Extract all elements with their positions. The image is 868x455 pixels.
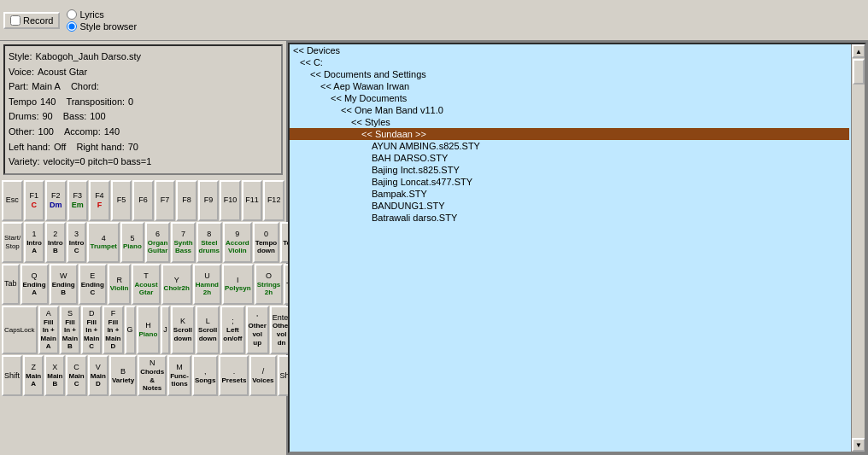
key-f7[interactable]: F7 xyxy=(155,180,176,221)
tempo-value: 140 xyxy=(40,95,56,110)
key-f12[interactable]: F12 xyxy=(263,180,284,221)
key-e[interactable]: EEndingC xyxy=(79,264,107,305)
file-item-bandung[interactable]: BANDUNG1.STY xyxy=(290,200,849,212)
key-capslock[interactable]: CapsLock xyxy=(2,306,38,354)
keyboard-row-2: Start/Stop 1Intro A 2Intro B 3Intro C 4T… xyxy=(2,222,284,263)
style-browser-radio[interactable] xyxy=(67,21,77,32)
key-f4[interactable]: F4F xyxy=(89,180,110,221)
scroll-down-button[interactable]: ▼ xyxy=(852,438,865,452)
file-browser: << Devices << C: << Documents and Settin… xyxy=(288,43,866,453)
key-f6[interactable]: F6 xyxy=(132,180,154,221)
key-7[interactable]: 7SynthBass xyxy=(171,222,195,263)
scroll-up-button[interactable]: ▲ xyxy=(852,44,865,58)
key-comma[interactable]: ,Songs xyxy=(192,355,218,396)
key-esc[interactable]: Esc xyxy=(2,180,23,221)
file-item-aep[interactable]: << Aep Wawan Irwan xyxy=(290,80,849,92)
key-f[interactable]: FFill In +Main D xyxy=(103,306,123,354)
scrollbar-thumb[interactable] xyxy=(853,59,865,85)
lyrics-radio-item: Lyrics xyxy=(67,9,137,20)
key-period[interactable]: .Presets xyxy=(219,355,249,396)
key-9[interactable]: 9AccordViolin xyxy=(223,222,252,263)
file-item-bampak[interactable]: Bampak.STY xyxy=(290,188,849,200)
tempo-label: Tempo xyxy=(9,95,37,110)
key-j[interactable]: J xyxy=(161,306,170,354)
key-i[interactable]: IPolysyn xyxy=(222,264,254,305)
keyboard-row-4: CapsLock AFill In +Main A SFill In +Main… xyxy=(2,306,284,354)
key-t[interactable]: TAcoustGtar xyxy=(132,264,160,305)
file-item-ayun[interactable]: AYUN AMBING.s825.STY xyxy=(290,140,849,152)
key-tab[interactable]: Tab xyxy=(2,264,20,305)
key-3[interactable]: 3Intro C xyxy=(67,222,87,263)
record-button[interactable]: Record xyxy=(3,12,60,29)
key-r[interactable]: RViolin xyxy=(108,264,132,305)
key-h[interactable]: HPiano xyxy=(137,306,161,354)
key-1[interactable]: 1Intro A xyxy=(24,222,44,263)
key-f11[interactable]: F11 xyxy=(242,180,263,221)
part-value: Main A xyxy=(32,79,61,95)
file-item-omb[interactable]: << One Man Band v11.0 xyxy=(290,104,849,116)
scrollbar[interactable]: ▲ ▼ xyxy=(851,44,865,452)
key-8[interactable]: 8Steeldrums xyxy=(196,222,222,263)
transposition-value: 0 xyxy=(128,95,133,110)
key-f1[interactable]: F1C xyxy=(24,180,45,221)
key-slash[interactable]: /Voices xyxy=(249,355,276,396)
key-w[interactable]: WEndingB xyxy=(50,264,78,305)
key-m[interactable]: MFunc-tions xyxy=(167,355,191,396)
info-box: Style: Kabogoh_Jauh Darso.sty Voice: Aco… xyxy=(3,44,283,175)
key-0[interactable]: 0Tempodown xyxy=(253,222,280,263)
key-n[interactable]: NChords& Notes xyxy=(138,355,167,396)
file-item-bajing-loncat[interactable]: Bajing Loncat.s477.STY xyxy=(290,176,849,188)
key-l[interactable]: LScrolldown xyxy=(196,306,220,354)
file-item-bah[interactable]: BAH DARSO.STY xyxy=(290,152,849,164)
key-quote[interactable]: 'Othervol up xyxy=(246,306,269,354)
file-item-docs[interactable]: << Documents and Settings xyxy=(290,68,849,80)
keyboard-row-3: Tab QEndingA WEndingB EEndingC RViolin T… xyxy=(2,264,284,305)
key-2[interactable]: 2Intro B xyxy=(45,222,66,263)
key-u[interactable]: UHamnd2h xyxy=(193,264,221,305)
lefthand-row: Left hand: Off Right hand: 70 xyxy=(9,140,278,155)
key-s[interactable]: SFill In +Main B xyxy=(60,306,80,354)
voice-label: Voice: xyxy=(9,65,34,80)
righthand-value: 70 xyxy=(128,140,138,155)
tempo-row: Tempo 140 Transposition: 0 xyxy=(9,95,278,110)
key-f10[interactable]: F10 xyxy=(220,180,241,221)
key-a[interactable]: AFill In +Main A xyxy=(38,306,59,354)
lyrics-radio[interactable] xyxy=(67,9,77,20)
file-item-batrawali[interactable]: Batrawali darso.STY xyxy=(290,212,849,224)
key-semicolon[interactable]: ;Lefton/off xyxy=(220,306,244,354)
key-b[interactable]: BVariety xyxy=(109,355,137,396)
key-6[interactable]: 6OrganGuitar xyxy=(145,222,171,263)
key-z[interactable]: ZMain A xyxy=(23,355,44,396)
file-item-styles[interactable]: << Styles xyxy=(290,116,849,128)
record-container: Record xyxy=(3,12,60,29)
style-browser-radio-item: Style browser xyxy=(67,21,137,32)
key-g[interactable]: G xyxy=(125,306,136,354)
key-f2[interactable]: F2Dm xyxy=(45,180,67,221)
key-v[interactable]: VMain D xyxy=(88,355,108,396)
key-5[interactable]: 5Piano xyxy=(120,222,144,263)
file-item-mydocs[interactable]: << My Documents xyxy=(290,92,849,104)
key-o[interactable]: OStrings2h xyxy=(255,264,284,305)
file-item-bajing-inct[interactable]: Bajing Inct.s825.STY xyxy=(290,164,849,176)
part-row: Part: Main A Chord: xyxy=(9,79,278,95)
key-k[interactable]: KScrolldown xyxy=(171,306,195,354)
key-q[interactable]: QEndingA xyxy=(21,264,49,305)
key-c[interactable]: CMain C xyxy=(66,355,86,396)
file-item-c[interactable]: << C: xyxy=(290,56,849,68)
key-d[interactable]: DFill In +Main C xyxy=(81,306,102,354)
key-y[interactable]: YChoir2h xyxy=(161,264,192,305)
file-item-devices[interactable]: << Devices xyxy=(290,44,849,56)
key-startstop[interactable]: Start/Stop xyxy=(2,222,23,263)
key-shift-l[interactable]: Shift xyxy=(2,355,22,396)
record-checkbox[interactable] xyxy=(10,15,21,26)
key-x[interactable]: XMain B xyxy=(44,355,65,396)
key-f9[interactable]: F9 xyxy=(198,180,220,221)
file-item-sundaan[interactable]: << Sundaan >> xyxy=(290,128,849,140)
key-f3[interactable]: F3Em xyxy=(67,180,89,221)
key-4[interactable]: 4Trumpet xyxy=(87,222,120,263)
key-f5[interactable]: F5 xyxy=(111,180,132,221)
file-list[interactable]: << Devices << C: << Documents and Settin… xyxy=(290,44,865,452)
voice-row: Voice: Acoust Gtar xyxy=(9,65,278,80)
style-value: Kabogoh_Jauh Darso.sty xyxy=(36,50,142,65)
key-f8[interactable]: F8 xyxy=(176,180,197,221)
